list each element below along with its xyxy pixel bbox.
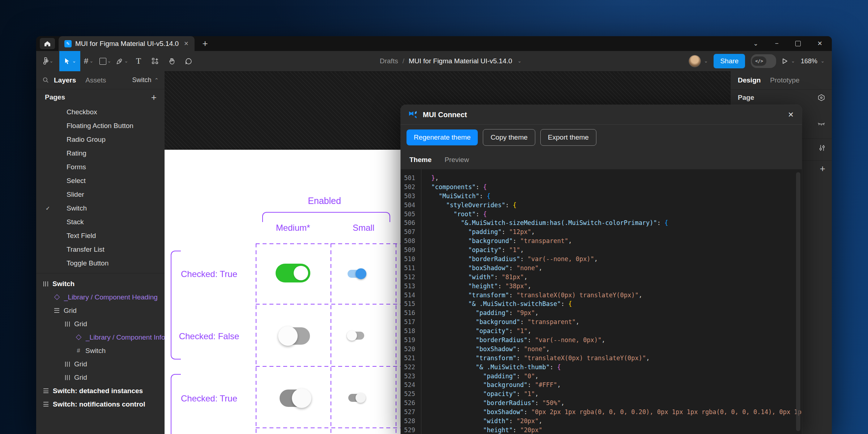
chevron-up-icon[interactable]: ⌃	[154, 77, 159, 84]
switch-medium-checked-green[interactable]	[276, 264, 310, 282]
check-icon: ✓	[46, 205, 50, 212]
line-number: 527	[401, 408, 415, 417]
minimize-icon[interactable]: −	[775, 40, 779, 47]
page-item-label: Stack	[67, 218, 84, 226]
page-item[interactable]: Slider	[36, 188, 165, 201]
page-item[interactable]: Checkbox	[36, 105, 165, 119]
window-menu-chevron-icon[interactable]: ⌄	[753, 40, 758, 47]
tab-prototype[interactable]: Prototype	[770, 76, 799, 84]
layer-item[interactable]: Grid	[36, 357, 165, 371]
page-item[interactable]: Text Field	[36, 229, 165, 243]
page-selector[interactable]: Switch	[132, 76, 151, 84]
switch-medium-checked-gray[interactable]	[280, 390, 310, 407]
code-line: 518 "opacity": "1",	[401, 327, 802, 336]
pages-title: Pages	[45, 93, 65, 101]
page-item[interactable]: Rating	[36, 146, 165, 160]
comment-tool-button[interactable]	[180, 51, 197, 71]
shape-tool-button[interactable]: ⌄	[97, 51, 114, 71]
eye-closed-icon[interactable]	[817, 122, 825, 127]
switch-small-unchecked[interactable]	[348, 332, 364, 340]
home-button[interactable]	[40, 38, 55, 49]
line-number: 514	[401, 291, 415, 300]
layer-item-label: Switch: notifications control	[53, 400, 145, 408]
layer-item[interactable]: _Library / Component Information	[36, 331, 165, 344]
close-dialog-icon[interactable]: ✕	[788, 110, 794, 119]
tab-design[interactable]: Design	[738, 76, 761, 84]
tab-theme[interactable]: Theme	[409, 156, 431, 164]
text-tool-button[interactable]: T	[130, 51, 147, 71]
line-number: 522	[401, 363, 415, 372]
breadcrumb-drafts[interactable]: Drafts	[380, 57, 398, 65]
page-item[interactable]: ✓Switch	[36, 201, 165, 215]
dev-mode-icon: </>	[752, 56, 766, 66]
regenerate-theme-button[interactable]: Regenerate theme	[407, 129, 478, 145]
sliders-icon[interactable]	[819, 144, 825, 152]
close-tab-icon[interactable]: ✕	[184, 40, 188, 47]
account-menu[interactable]: ⌄	[689, 55, 708, 67]
switch-small-checked-blue[interactable]	[348, 270, 365, 278]
switch-thumb	[278, 326, 298, 346]
layer-item[interactable]: Grid	[36, 371, 165, 384]
tab-layers[interactable]: Layers	[54, 76, 76, 84]
tab-assets[interactable]: Assets	[85, 76, 106, 84]
chevron-down-icon[interactable]: ⌄	[518, 59, 522, 63]
add-export-icon[interactable]: +	[820, 163, 825, 174]
hand-tool-button[interactable]	[163, 51, 180, 71]
resources-tool-button[interactable]	[147, 51, 163, 71]
export-theme-button[interactable]: Export theme	[540, 129, 596, 146]
layer-item[interactable]: Switch: notifications control	[36, 397, 165, 411]
switch-small-checked-gray[interactable]	[348, 394, 364, 402]
share-button[interactable]: Share	[714, 54, 745, 68]
grid-line	[396, 243, 396, 434]
page-item[interactable]: Stack	[36, 215, 165, 229]
layer-item[interactable]: Grid	[36, 317, 165, 331]
page-item[interactable]: Forms	[36, 160, 165, 174]
chevron-down-icon: ⌄	[124, 59, 128, 63]
grid-line	[256, 427, 418, 428]
page-item[interactable]: Select	[36, 174, 165, 188]
switch-medium-unchecked[interactable]	[280, 327, 310, 345]
variables-cube-icon[interactable]	[817, 94, 825, 101]
dialog-header[interactable]: MUI Connect ✕	[401, 105, 802, 125]
breadcrumb-file-title[interactable]: MUI for Figma Material UI-v5.14.0	[409, 57, 512, 65]
main-menu-button[interactable]: ⌄	[40, 51, 56, 71]
copy-theme-button[interactable]: Copy theme	[483, 129, 535, 146]
dev-mode-toggle[interactable]: </>	[751, 54, 776, 68]
layer-item[interactable]: #Switch	[36, 344, 165, 357]
code-scrollbar[interactable]	[796, 172, 800, 431]
figma-window: ✎ MUI for Figma Material UI-v5.14.0 ✕ + …	[36, 36, 832, 434]
search-icon[interactable]	[43, 77, 49, 83]
new-tab-button[interactable]: +	[203, 38, 208, 49]
file-tab[interactable]: ✎ MUI for Figma Material UI-v5.14.0 ✕	[59, 36, 195, 51]
grid-line	[256, 304, 418, 305]
switch-thumb	[294, 266, 308, 280]
layer-item[interactable]: Switch	[36, 277, 165, 290]
page-item[interactable]: Radio Group	[36, 133, 165, 146]
chevron-down-icon[interactable]: ⌄	[72, 59, 76, 63]
auto-layout-vertical-icon	[43, 402, 48, 407]
dialog-actions: Regenerate theme Copy theme Export theme	[401, 125, 802, 150]
figma-logo-icon	[43, 57, 48, 65]
move-tool-button[interactable]: ⌄	[59, 51, 80, 71]
layer-item[interactable]: Switch: detached instances	[36, 384, 165, 397]
frame-tool-button[interactable]: # ⌄	[80, 51, 97, 71]
zoom-menu[interactable]: 168% ⌄	[801, 58, 825, 65]
avatar[interactable]	[689, 55, 701, 67]
theme-code-editor[interactable]: 501 },502 "components": {503 "MuiSwitch"…	[401, 169, 802, 434]
layer-item[interactable]: _Library / Component Heading	[36, 290, 165, 304]
maximize-icon[interactable]	[795, 41, 801, 46]
layer-item[interactable]: Grid	[36, 304, 165, 317]
page-item[interactable]: Floating Action Button	[36, 119, 165, 133]
page-item[interactable]: Toggle Button	[36, 256, 165, 270]
close-window-icon[interactable]: ✕	[817, 40, 822, 47]
add-page-button[interactable]: +	[151, 92, 157, 103]
present-button[interactable]: ⌄	[782, 58, 795, 64]
line-number: 521	[401, 354, 415, 363]
switch-thumb	[347, 331, 357, 341]
layer-item-label: Switch	[85, 347, 106, 355]
column-bracket	[262, 212, 390, 222]
pen-tool-button[interactable]: ⌄	[114, 51, 130, 71]
tab-preview[interactable]: Preview	[444, 156, 469, 164]
page-item[interactable]: Transfer List	[36, 243, 165, 256]
line-number: 501	[401, 174, 415, 183]
